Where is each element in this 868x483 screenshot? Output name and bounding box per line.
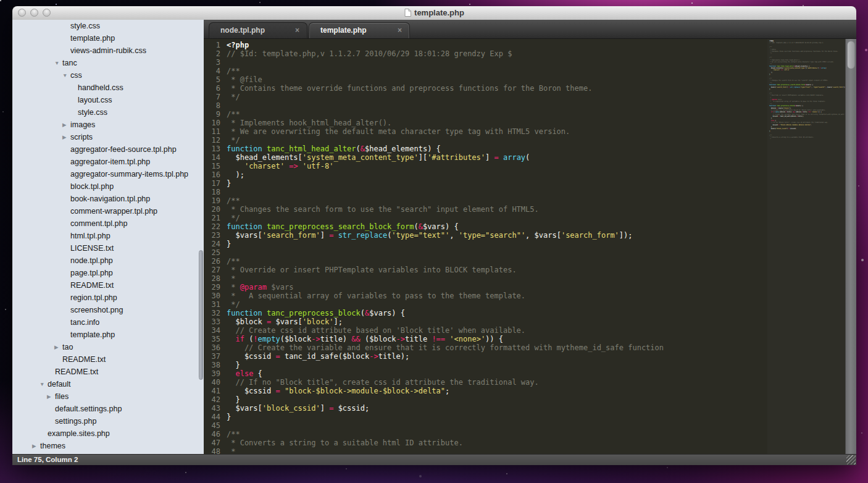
sidebar-item-README.txt[interactable]: README.txt: [12, 366, 204, 378]
disclosure-open-icon[interactable]: ▼: [54, 57, 62, 69]
minimap[interactable]: <?php// $Id: template.php,v 1.1.2.7 2010…: [767, 39, 845, 454]
sidebar-item-block.tpl.php[interactable]: block.tpl.php: [12, 180, 204, 193]
line-number: 35: [204, 335, 220, 343]
file-label: README.txt: [55, 368, 98, 376]
code-area[interactable]: 1<?php2// $Id: template.php,v 1.1.2.7 20…: [204, 39, 856, 454]
sidebar-item-node.tpl.php[interactable]: node.tpl.php: [12, 254, 204, 267]
sidebar-item-example.sites.php[interactable]: example.sites.php: [12, 427, 204, 440]
file-label: LICENSE.txt: [70, 244, 114, 253]
sidebar-item-template.php[interactable]: template.php: [12, 32, 204, 44]
code-line: 9/**: [204, 110, 767, 119]
code-line: 19/**: [204, 196, 767, 205]
disclosure-open-icon[interactable]: ▼: [40, 378, 48, 390]
disclosure-closed-icon[interactable]: ▶: [32, 440, 40, 452]
window-titlebar[interactable]: template.php: [12, 6, 856, 20]
sidebar-item-html.tpl.php[interactable]: html.tpl.php: [12, 230, 204, 242]
file-label: screenshot.png: [70, 306, 123, 314]
line-number: 9: [204, 110, 220, 119]
sidebar-item-views-admin-rubik.css[interactable]: views-admin-rubik.css: [12, 44, 204, 57]
sidebar-item-screenshot.png[interactable]: screenshot.png: [12, 304, 204, 316]
line-number: 19: [204, 196, 220, 205]
line-number: 6: [204, 84, 220, 93]
code-line: 4/**: [204, 67, 767, 75]
file-label: views-admin-rubik.css: [70, 46, 146, 55]
sidebar-item-themes[interactable]: ▶themes: [12, 440, 204, 452]
file-tree-sidebar: style.csstemplate.phpviews-admin-rubik.c…: [12, 20, 204, 454]
window-title: template.php: [12, 6, 856, 20]
editor-scrollbar-thumb[interactable]: [847, 41, 855, 69]
disclosure-closed-icon[interactable]: ▶: [47, 390, 55, 403]
line-number: 33: [204, 317, 220, 326]
line-number: 8: [204, 101, 220, 110]
document-icon: [404, 9, 411, 17]
sidebar-item-tanc[interactable]: ▼tanc: [12, 57, 204, 69]
sidebar-item-aggregator-feed-source.tpl.php[interactable]: aggregator-feed-source.tpl.php: [12, 143, 204, 156]
line-number: 46: [204, 430, 220, 439]
sidebar-item-region.tpl.php[interactable]: region.tpl.php: [12, 292, 204, 304]
sidebar-item-comment.tpl.php[interactable]: comment.tpl.php: [12, 217, 204, 230]
file-label: page.tpl.php: [70, 269, 113, 277]
sidebar-scrollbar-track[interactable]: [198, 20, 203, 454]
file-label: example.sites.php: [48, 429, 110, 438]
file-label: themes: [40, 442, 65, 450]
code-line: 16 );: [204, 170, 767, 179]
sidebar-item-style.css[interactable]: style.css: [12, 106, 204, 119]
code-line: 43 $vars['block_cssid'] = $cssid;: [204, 404, 767, 413]
sidebar-item-book-navigation.tpl.php[interactable]: book-navigation.tpl.php: [12, 193, 204, 205]
code-line: 47 * Converts a string to a suitable htm…: [204, 439, 767, 447]
disclosure-closed-icon[interactable]: ▶: [62, 119, 70, 131]
line-number: 16: [204, 170, 220, 179]
code-line: 45: [204, 421, 767, 430]
disclosure-closed-icon[interactable]: ▶: [54, 341, 62, 353]
code-line: 36 // Create the variable and ensure tha…: [204, 343, 767, 352]
sidebar-item-tanc.info[interactable]: tanc.info: [12, 316, 204, 329]
file-label: aggregator-item.tpl.php: [70, 158, 150, 166]
line-number: 47: [204, 439, 220, 447]
sidebar-item-template.php[interactable]: template.php: [12, 329, 204, 341]
sidebar-item-tao[interactable]: ▶tao: [12, 341, 204, 353]
sidebar-item-README.txt[interactable]: README.txt: [12, 279, 204, 292]
tab-close-icon[interactable]: ×: [398, 23, 402, 38]
code-line: 37 $cssid = tanc_id_safe($block->title);: [204, 352, 767, 361]
file-label: tanc.info: [70, 318, 99, 327]
tab-template.php[interactable]: template.php×: [309, 22, 410, 38]
sidebar-item-comment-wrapper.tpl.php[interactable]: comment-wrapper.tpl.php: [12, 205, 204, 217]
tab-node.tpl.php[interactable]: node.tpl.php×: [209, 22, 307, 38]
file-tree: style.csstemplate.phpviews-admin-rubik.c…: [12, 20, 204, 452]
file-label: template.php: [70, 330, 115, 339]
editor-pane: node.tpl.php×template.php× 1<?php2// $Id…: [204, 20, 856, 454]
code-line: 22function tanc_preprocess_search_block_…: [204, 222, 767, 231]
code-line: 41 $cssid = "block-$block->module-$block…: [204, 387, 767, 395]
line-number: 18: [204, 188, 220, 196]
sidebar-item-aggregator-item.tpl.php[interactable]: aggregator-item.tpl.php: [12, 156, 204, 168]
disclosure-open-icon[interactable]: ▼: [62, 69, 70, 82]
sidebar-item-default[interactable]: ▼default: [12, 378, 204, 390]
sidebar-item-css[interactable]: ▼css: [12, 69, 204, 82]
sidebar-item-layout.css[interactable]: layout.css: [12, 94, 204, 106]
line-number: 38: [204, 361, 220, 369]
status-bar: Line 75, Column 2: [12, 454, 856, 465]
file-label: README.txt: [70, 281, 114, 290]
file-label: style.css: [78, 108, 107, 117]
sidebar-item-images[interactable]: ▶images: [12, 119, 204, 131]
file-label: aggregator-feed-source.tpl.php: [70, 145, 177, 154]
sidebar-item-scripts[interactable]: ▶scripts: [12, 131, 204, 143]
sidebar-item-page.tpl.php[interactable]: page.tpl.php: [12, 267, 204, 279]
resize-grip[interactable]: [846, 455, 856, 464]
sidebar-item-style.css[interactable]: style.css: [12, 20, 204, 32]
disclosure-closed-icon[interactable]: ▶: [62, 131, 70, 143]
line-number: 40: [204, 378, 220, 387]
editor-scrollbar-track[interactable]: [845, 39, 856, 454]
tab-bar: node.tpl.php×template.php×: [204, 20, 856, 39]
sidebar-item-aggregator-summary-items.tpl.php[interactable]: aggregator-summary-items.tpl.php: [12, 168, 204, 180]
sidebar-item-files[interactable]: ▶files: [12, 390, 204, 403]
line-number: 25: [204, 248, 220, 257]
sidebar-item-settings.php[interactable]: settings.php: [12, 415, 204, 427]
sidebar-item-default.settings.php[interactable]: default.settings.php: [12, 403, 204, 415]
sidebar-scrollbar-thumb[interactable]: [199, 250, 203, 380]
sidebar-item-README.txt[interactable]: README.txt: [12, 353, 204, 366]
sidebar-item-handheld.css[interactable]: handheld.css: [12, 82, 204, 94]
tab-close-icon[interactable]: ×: [295, 23, 299, 38]
sidebar-item-LICENSE.txt[interactable]: LICENSE.txt: [12, 242, 204, 254]
line-number: 41: [204, 387, 220, 395]
